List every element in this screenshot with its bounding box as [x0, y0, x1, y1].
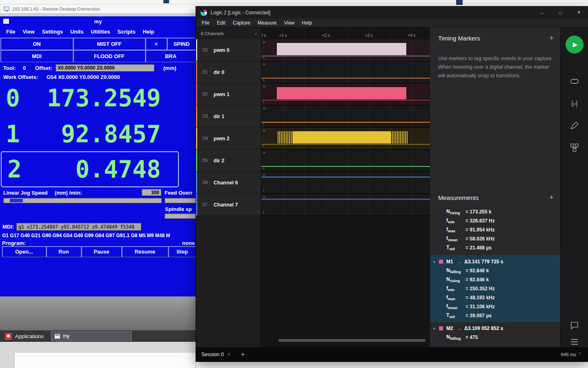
time-label: +3 s [365, 33, 372, 38]
menu-file[interactable]: File [198, 20, 213, 26]
waveform-d1-dir0[interactable]: H L [261, 61, 430, 83]
horizontal-scrollbar[interactable] [278, 339, 425, 342]
offset-entry[interactable]: X0.0000 Y0.0000 Z0.0000 [56, 64, 154, 72]
menu-help[interactable]: Help [298, 20, 316, 26]
measurement-row: Nfalling = 475 [430, 333, 560, 342]
session-tab[interactable]: Session 0 × [201, 352, 230, 357]
jog-speed-value[interactable]: 300 [142, 189, 161, 196]
feedback-chat-icon[interactable] [570, 321, 579, 330]
waveform-d4-pwm2[interactable]: H L [261, 128, 430, 150]
add-measurement-button[interactable]: + [549, 193, 554, 202]
main-menu-icon[interactable] [570, 337, 579, 347]
menu-edit[interactable]: Edit [213, 20, 229, 26]
menu-settings[interactable]: Settings [38, 29, 67, 35]
measurement-m1-selected[interactable]: ▾ M1 → Δ3.141 779 725 s Nfalling = 92.84… [430, 255, 560, 322]
time-ruler[interactable]: 0 s +1 s +2 s +3 s +4 s [261, 27, 430, 39]
menu-help[interactable]: Help [139, 29, 158, 35]
extensions-icon[interactable] [570, 143, 579, 153]
new-session-button[interactable]: + [241, 351, 245, 358]
collapse-caret-icon[interactable]: ▾ [433, 326, 439, 331]
step-button[interactable]: Step [168, 246, 196, 257]
jog-speed-slider[interactable] [3, 198, 162, 203]
window-menu-icon[interactable] [3, 19, 9, 24]
machine-on-button[interactable]: ON [0, 38, 73, 50]
menu-file[interactable]: File [2, 29, 19, 35]
waveform-area[interactable]: 0 s +1 s +2 s +3 s +4 s H L H L H L [261, 27, 430, 347]
jog-slider-handle[interactable] [9, 198, 23, 203]
waveform-d2-pwm1[interactable]: H L [261, 83, 430, 105]
dro-axis-value: 0.4748 [34, 155, 178, 183]
menu-utilities[interactable]: Utilities [87, 29, 114, 35]
expand-icon[interactable]: ^ [579, 352, 581, 357]
channel-row-d6[interactable]: D6 Channel 6 [196, 172, 261, 194]
collapse-panel-icon[interactable]: ‹ [255, 30, 257, 37]
measurement-m2-header[interactable]: ▾ M2 → Δ3.109 052 852 s [430, 324, 560, 333]
menu-capture[interactable]: Capture [229, 20, 254, 26]
add-timing-marker-button[interactable]: + [549, 34, 554, 43]
applications-label: Applications [15, 333, 44, 339]
channel-row-d7[interactable]: D7 Channel 7 [196, 194, 261, 216]
mist-button[interactable]: MIST OFF [73, 38, 145, 50]
spindle-decrease-button[interactable]: < [145, 38, 167, 50]
brake-button[interactable]: BRA [145, 50, 196, 62]
marker-delta: Δ3.109 052 852 s [464, 325, 503, 331]
logic-app-icon [200, 9, 207, 16]
spindle-speed-slider[interactable] [165, 213, 196, 219]
cnc-window-titlebar[interactable]: my [0, 16, 196, 26]
rdp-window-title: 192.168.1.43 - Remote Desktop Connection [12, 7, 100, 11]
resume-button[interactable]: Resume [122, 246, 168, 257]
channel-name: dir 0 [214, 70, 224, 75]
high-marker: H [263, 151, 265, 155]
waveform-d5-dir2[interactable]: H L [261, 150, 430, 172]
device-settings-icon[interactable] [570, 76, 579, 86]
measurement-value: = 92.846 k [466, 277, 489, 283]
close-button[interactable]: ✕ [570, 7, 588, 18]
taskbar-task-my[interactable]: my [51, 331, 132, 341]
channel-row-d4[interactable]: D4 pwm 2 [196, 128, 261, 150]
low-marker: L [263, 188, 265, 192]
channel-row-d3[interactable]: D3 dir 1 [196, 105, 261, 128]
measurement-sub: mean [448, 238, 458, 242]
logic-titlebar[interactable]: Logic 2 [Logic - Connected] – □ ✕ [196, 7, 588, 18]
signal-baseline [261, 56, 430, 56]
channel-row-d1[interactable]: D1 dir 0 [196, 61, 261, 83]
minimize-button[interactable]: – [533, 7, 551, 18]
desktop: 192.168.1.43 - Remote Desktop Connection… [0, 0, 588, 368]
channel-row-d0[interactable]: D0 pwm 0 [196, 39, 261, 61]
channel-row-d2[interactable]: D2 pwm 1 [196, 83, 261, 105]
run-button[interactable]: Run [46, 246, 81, 257]
applications-menu-button[interactable]: Applications [0, 330, 49, 342]
close-session-icon[interactable]: × [227, 352, 230, 357]
mdi-input[interactable]: g1 x173.254897 y92.845712 z0.474849 f534… [16, 223, 141, 231]
waveform-d0-pwm0[interactable]: H L [261, 39, 430, 61]
channel-id: D7 [203, 202, 210, 207]
pause-button[interactable]: Pause [81, 246, 122, 257]
measurement-base: N [446, 209, 450, 214]
measurement-m1-header[interactable]: ▾ M1 → Δ3.141 779 725 s [430, 257, 560, 266]
waveform-d6-channel6[interactable]: H L [261, 172, 430, 194]
menu-view[interactable]: View [19, 29, 38, 35]
menu-scripts[interactable]: Scripts [114, 29, 139, 35]
spindle-button[interactable]: SPIND [167, 38, 196, 50]
flood-button[interactable]: FLOOD OFF [73, 50, 145, 62]
measurement-m2[interactable]: ▾ M2 → Δ3.109 052 852 s Nfalling = 475 [430, 324, 560, 342]
menu-measure[interactable]: Measure [254, 20, 281, 26]
timing-markers-title: Timing Markers [438, 35, 480, 42]
feed-override-slider[interactable] [165, 198, 196, 203]
annotations-marker-icon[interactable] [570, 121, 579, 130]
menu-units[interactable]: Units [67, 29, 87, 35]
rdp-window-titlebar[interactable]: 192.168.1.43 - Remote Desktop Connection [0, 4, 196, 13]
start-capture-button[interactable]: ▶ [566, 36, 584, 54]
marker-delta: Δ3.141 779 725 s [464, 259, 503, 265]
waveform-d3-dir1[interactable]: H L [261, 105, 430, 128]
mdi-mode-button[interactable]: MDI [0, 50, 73, 62]
maximize-button[interactable]: □ [551, 7, 570, 18]
collapse-caret-icon[interactable]: ▾ [433, 260, 439, 264]
menu-view[interactable]: View [280, 20, 298, 26]
open-button[interactable]: Open... [2, 246, 46, 257]
waveform-d7-channel7[interactable]: H L [261, 194, 430, 216]
measurement-label: Nrising [446, 209, 466, 215]
trigger-icon[interactable]: 1F [570, 99, 579, 109]
channel-row-d5[interactable]: D5 dir 2 [196, 150, 261, 172]
channel-color-stripe [196, 105, 197, 127]
